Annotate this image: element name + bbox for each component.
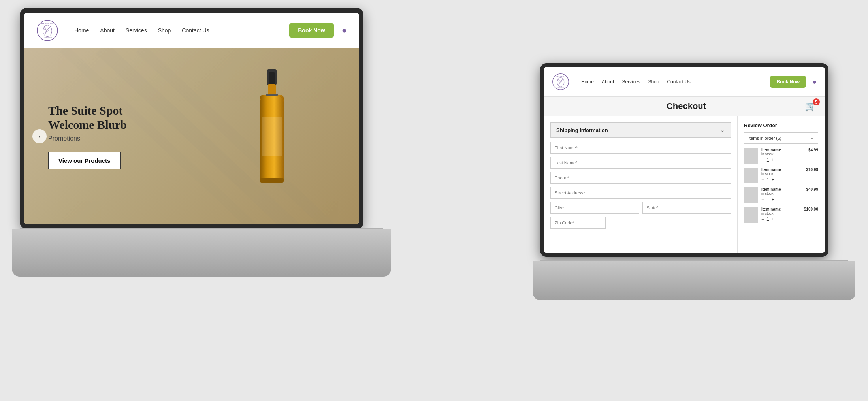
state-input[interactable]	[642, 202, 731, 214]
order-item-controls: − 1 +	[761, 217, 801, 222]
increase-qty-button[interactable]: +	[772, 197, 774, 202]
increase-qty-button[interactable]: +	[772, 157, 774, 163]
order-item-image	[744, 148, 758, 164]
order-item-name: Item name	[761, 168, 803, 172]
shipping-section: Shipping Information ⌄	[544, 116, 738, 253]
shipping-header[interactable]: Shipping Information ⌄	[550, 122, 731, 138]
svg-rect-14	[260, 178, 284, 183]
order-item: Item name in stock − 1 + $100.00	[744, 207, 818, 223]
front-nav-contact[interactable]: Contact Us	[667, 79, 690, 85]
order-item-controls: − 1 +	[761, 197, 803, 202]
svg-rect-13	[262, 117, 282, 156]
street-input[interactable]	[550, 187, 731, 199]
first-name-input[interactable]	[550, 142, 731, 154]
decrease-qty-button[interactable]: −	[761, 157, 764, 163]
increase-qty-button[interactable]: +	[772, 177, 774, 183]
order-item-stock: in stock	[761, 172, 803, 176]
decrease-qty-button[interactable]: −	[761, 217, 764, 222]
svg-text:SALON SUITES: SALON SUITES	[557, 87, 565, 88]
back-nav: THE SUITE SPOT SALON SUITES Home Abou	[24, 13, 359, 48]
decrease-qty-button[interactable]: −	[761, 177, 764, 183]
back-view-products-button[interactable]: View our Products	[48, 152, 121, 169]
order-item-image	[744, 187, 758, 203]
homepage: THE SUITE SPOT SALON SUITES Home Abou	[24, 13, 359, 224]
order-item-info: Item name in stock − 1 +	[761, 148, 805, 163]
order-item-price: $100.00	[804, 207, 818, 211]
back-nav-shop[interactable]: Shop	[158, 27, 171, 34]
items-dropdown-chevron-icon: ⌄	[810, 135, 814, 141]
item-qty: 1	[766, 157, 769, 163]
phone-input[interactable]	[550, 172, 731, 184]
review-section: Review Order Items in order (5) ⌄ Item n…	[738, 116, 825, 253]
item-qty: 1	[766, 197, 769, 202]
svg-text:THE SUITE SPOT: THE SUITE SPOT	[555, 76, 565, 77]
order-item-image	[744, 168, 758, 183]
order-item: Item name in stock − 1 + $10.99	[744, 168, 818, 183]
back-nav-home[interactable]: Home	[74, 27, 89, 34]
checkout-header: Checkout 🛒 5	[544, 97, 825, 116]
svg-point-4	[43, 27, 46, 30]
order-item-stock: in stock	[761, 211, 801, 215]
front-nav-about[interactable]: About	[602, 79, 614, 85]
city-state-row	[550, 202, 731, 214]
item-qty: 1	[766, 177, 769, 183]
front-nav-shop[interactable]: Shop	[648, 79, 659, 85]
back-logo: THE SUITE SPOT SALON SUITES	[36, 19, 58, 41]
back-bottle-svg	[244, 69, 299, 203]
order-item-image	[744, 207, 758, 223]
order-item-controls: − 1 +	[761, 157, 805, 163]
front-nav-links: Home About Services Shop Contact Us	[581, 79, 770, 85]
order-item-info: Item name in stock − 1 +	[761, 187, 803, 202]
checkout-page: THE SUITE SPOT SALON SUITES Home About S	[544, 67, 825, 253]
front-base	[533, 261, 855, 300]
back-hero: ‹ The Suite SpotWelcome Blurb Promotions…	[24, 48, 359, 224]
back-nav-contact[interactable]: Contact Us	[182, 27, 209, 34]
increase-qty-button[interactable]: +	[772, 217, 774, 222]
shipping-label: Shipping Information	[556, 127, 608, 133]
order-item-stock: in stock	[761, 192, 803, 196]
back-screen-inner: THE SUITE SPOT SALON SUITES Home Abou	[24, 13, 359, 224]
item-qty: 1	[766, 217, 769, 222]
review-title: Review Order	[744, 122, 818, 128]
zip-input[interactable]	[550, 217, 606, 229]
back-nav-services[interactable]: Services	[126, 27, 147, 34]
last-name-input[interactable]	[550, 157, 731, 169]
checkout-body: Shipping Information ⌄	[544, 116, 825, 253]
cart-icon-wrap[interactable]: 🛒 5	[805, 101, 817, 112]
order-item: Item name in stock − 1 + $40.99	[744, 187, 818, 203]
svg-text:THE SUITE SPOT: THE SUITE SPOT	[41, 23, 54, 24]
back-user-icon: ●	[342, 25, 347, 36]
back-hero-bottle	[217, 48, 327, 224]
back-hero-prev-button[interactable]: ‹	[32, 129, 47, 143]
back-logo-area: THE SUITE SPOT SALON SUITES	[36, 19, 58, 41]
front-nav: THE SUITE SPOT SALON SUITES Home About S	[544, 67, 825, 97]
front-nav-home[interactable]: Home	[581, 79, 594, 85]
svg-rect-9	[269, 72, 275, 84]
front-nav-services[interactable]: Services	[622, 79, 640, 85]
order-item-name: Item name	[761, 148, 805, 152]
svg-point-18	[557, 77, 564, 87]
back-screen-outer: THE SUITE SPOT SALON SUITES Home Abou	[20, 8, 363, 229]
back-base	[12, 229, 391, 277]
order-item-price: $10.99	[806, 168, 818, 172]
items-dropdown[interactable]: Items in order (5) ⌄	[744, 132, 818, 144]
svg-rect-12	[266, 94, 278, 96]
front-screen-outer: THE SUITE SPOT SALON SUITES Home About S	[540, 63, 828, 257]
decrease-qty-button[interactable]: −	[761, 197, 764, 202]
svg-point-19	[558, 79, 559, 81]
back-nav-links: Home About Services Shop Contact Us	[74, 27, 289, 34]
svg-text:SALON SUITES: SALON SUITES	[43, 37, 52, 38]
order-item-price: $4.99	[808, 148, 818, 152]
items-dropdown-label: Items in order (5)	[748, 136, 781, 141]
city-input[interactable]	[550, 202, 639, 214]
order-item-price: $40.99	[806, 187, 818, 192]
order-item: Item name in stock − 1 + $4.99	[744, 148, 818, 164]
front-book-now-button[interactable]: Book Now	[770, 76, 806, 88]
front-logo: THE SUITE SPOT SALON SUITES	[552, 73, 569, 90]
order-item-name: Item name	[761, 187, 803, 192]
back-nav-about[interactable]: About	[100, 27, 115, 34]
svg-point-3	[43, 25, 52, 36]
back-hero-title: The Suite SpotWelcome Blurb	[48, 104, 127, 132]
front-screen-inner: THE SUITE SPOT SALON SUITES Home About S	[544, 67, 825, 253]
back-book-now-button[interactable]: Book Now	[289, 23, 333, 38]
